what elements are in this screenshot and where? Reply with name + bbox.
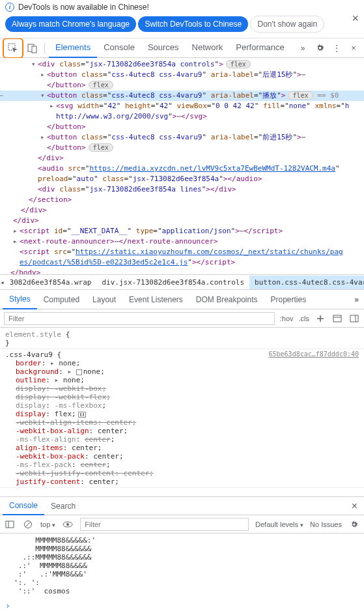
tab-sources[interactable]: Sources: [141, 38, 186, 58]
console-filter-input[interactable]: [80, 518, 249, 531]
crumb-item[interactable]: button.css-4utec8.css-4varu9: [249, 276, 364, 289]
console-sidebar-icon[interactable]: [4, 519, 16, 530]
computed-styles-icon[interactable]: [331, 313, 343, 324]
issues-button[interactable]: No Issues: [310, 520, 342, 528]
cls-button[interactable]: .cls: [299, 315, 310, 322]
svg-rect-4: [350, 315, 358, 322]
breadcrumb: ◂ 3082d6ee3f854a.wrap div.jsx-713082d6ee…: [0, 274, 364, 290]
hov-button[interactable]: :hov: [280, 315, 294, 322]
panel-tabs: Elements Console Sources Network Perform…: [49, 38, 294, 58]
close-devtools-icon[interactable]: ×: [346, 40, 361, 56]
tab-event-listeners[interactable]: Event Listeners: [122, 291, 189, 309]
dom-tree[interactable]: ▾<div class="jsx-713082d6ee3f854a contro…: [0, 58, 364, 274]
svg-rect-2: [32, 46, 36, 53]
main-toolbar: Elements Console Sources Network Perform…: [0, 38, 364, 58]
switch-language-button[interactable]: Switch DevTools to Chinese: [138, 16, 248, 32]
close-icon[interactable]: ×: [352, 12, 359, 25]
svg-rect-5: [6, 521, 14, 528]
tab-dom-breakpoints[interactable]: DOM Breakpoints: [189, 291, 264, 309]
kebab-icon[interactable]: ⋮: [329, 40, 344, 56]
console-prompt[interactable]: ›: [0, 598, 364, 613]
crumb-left-icon[interactable]: ◂: [0, 278, 5, 287]
close-drawer-icon[interactable]: ×: [348, 500, 361, 512]
more-styles-tabs-icon[interactable]: »: [354, 295, 359, 304]
tab-elements[interactable]: Elements: [49, 38, 97, 58]
console-toolbar: top Default levels No Issues: [0, 515, 364, 534]
tab-computed[interactable]: Computed: [37, 291, 86, 309]
selected-node: ▾<button class="css-4utec8 css-4varu9" a…: [0, 91, 364, 101]
drawer-tab-search[interactable]: Search: [44, 498, 82, 515]
settings-icon[interactable]: [312, 40, 328, 56]
inspect-element-button[interactable]: [5, 40, 21, 56]
drawer-tabs: Console Search ×: [0, 497, 364, 515]
info-icon: i: [5, 3, 14, 12]
svg-point-8: [66, 523, 69, 526]
styles-filter-input[interactable]: [4, 312, 275, 325]
crumb-item[interactable]: div.jsx-713082d6ee3f854a.controls: [96, 276, 249, 289]
styles-pane[interactable]: element.style { } .css-4varu9 {65be63d8c…: [0, 328, 364, 497]
live-expression-icon[interactable]: [62, 519, 74, 530]
tab-properties[interactable]: Properties: [264, 291, 313, 309]
flex-icon[interactable]: [78, 412, 86, 418]
more-tabs-icon[interactable]: »: [295, 40, 311, 56]
console-settings-icon[interactable]: [348, 519, 360, 530]
svg-rect-3: [333, 315, 341, 322]
match-language-button[interactable]: Always match Chrome's language: [5, 16, 136, 32]
toggle-sidebar-icon[interactable]: [348, 313, 360, 324]
new-style-rule-icon[interactable]: [315, 313, 326, 324]
source-link[interactable]: 65be63d8cac…f87dddc0:40: [269, 350, 359, 359]
tab-layout[interactable]: Layout: [86, 291, 122, 309]
locale-banner: i DevTools is now available in Chinese! …: [0, 0, 364, 38]
log-levels-selector[interactable]: Default levels: [255, 520, 303, 528]
context-selector[interactable]: top: [40, 520, 55, 528]
dont-show-button[interactable]: Don't show again: [250, 16, 324, 33]
inspect-highlight: [3, 38, 23, 59]
clear-console-icon[interactable]: [22, 519, 34, 530]
banner-message: DevTools is now available in Chinese!: [18, 3, 149, 12]
tab-console[interactable]: Console: [97, 38, 141, 58]
styles-filter-bar: :hov .cls: [0, 309, 364, 328]
device-toolbar-button[interactable]: [25, 40, 40, 56]
tab-network[interactable]: Network: [186, 38, 230, 58]
tab-styles[interactable]: Styles: [3, 290, 37, 309]
tab-performance[interactable]: Performance: [229, 38, 290, 58]
drawer-tab-console[interactable]: Console: [3, 497, 44, 515]
crumb-item[interactable]: 3082d6ee3f854a.wrap: [5, 276, 97, 289]
console-output: MMMMM88&&&&&:' MMMMM88&&&&&& .::MMMMM88&…: [0, 534, 364, 598]
styles-tabs: Styles Computed Layout Event Listeners D…: [0, 290, 364, 309]
